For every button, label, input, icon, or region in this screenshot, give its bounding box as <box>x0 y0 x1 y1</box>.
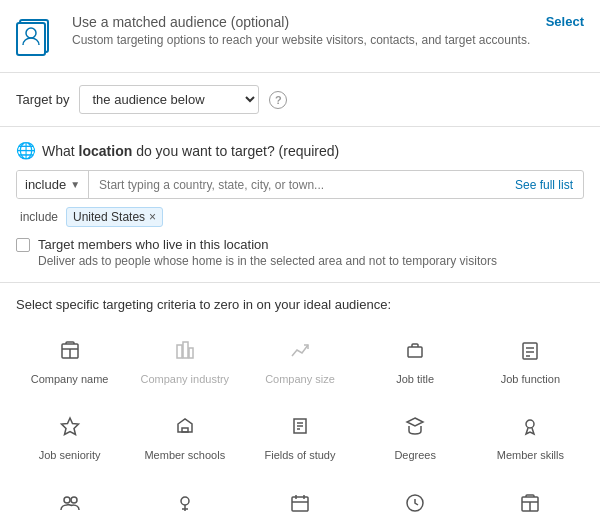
job-function-icon <box>514 334 546 366</box>
location-strong: location <box>79 143 133 159</box>
tag-remove[interactable]: × <box>149 211 156 223</box>
audience-icon <box>16 14 60 58</box>
audience-title: Use a matched audience (optional) <box>72 14 530 30</box>
criteria-item-job-seniority[interactable]: Job seniority <box>16 404 123 468</box>
criteria-item-member-gender[interactable]: Member gender <box>131 481 238 515</box>
checkbox-label: Target members who live in this location <box>38 237 497 252</box>
company-size-icon <box>284 334 316 366</box>
criteria-item-member-age[interactable]: Member age <box>246 481 353 515</box>
location-search-input[interactable] <box>89 172 505 198</box>
target-by-select[interactable]: the audience below a matched audience <box>79 85 259 114</box>
company-name-icon <box>54 334 86 366</box>
job-function-label: Job function <box>501 372 560 386</box>
criteria-item-member-skills[interactable]: Member skills <box>477 404 584 468</box>
checkbox-sublabel: Deliver ads to people whose home is in t… <box>38 254 497 268</box>
select-audience-link[interactable]: Select <box>546 14 584 29</box>
degrees-label: Degrees <box>394 448 436 462</box>
criteria-item-company-followers[interactable]: Company followers <box>477 481 584 515</box>
audience-optional: (optional) <box>231 14 289 30</box>
job-seniority-label: Job seniority <box>39 448 101 462</box>
company-size-label: Company size <box>265 372 335 386</box>
criteria-item-job-title[interactable]: Job title <box>362 328 469 392</box>
member-schools-icon <box>169 410 201 442</box>
member-skills-label: Member skills <box>497 448 564 462</box>
member-gender-icon <box>169 487 201 515</box>
audience-description: Custom targeting options to reach your w… <box>72 33 530 47</box>
target-members-text: Target members who live in this location… <box>38 237 497 268</box>
job-title-icon <box>399 334 431 366</box>
location-tag-us: United States × <box>66 207 163 227</box>
criteria-item-member-schools[interactable]: Member schools <box>131 404 238 468</box>
criteria-item-years-of-experience[interactable]: Years of experience <box>362 481 469 515</box>
audience-title-text: Use a matched audience <box>72 14 227 30</box>
member-age-icon <box>284 487 316 515</box>
criteria-item-company-size: Company size <box>246 328 353 392</box>
svg-rect-9 <box>408 347 422 357</box>
svg-rect-24 <box>292 497 308 511</box>
company-industry-label: Company industry <box>140 372 229 386</box>
fields-of-study-icon <box>284 410 316 442</box>
location-input-row: include ▼ See full list <box>16 170 584 199</box>
criteria-item-degrees[interactable]: Degrees <box>362 404 469 468</box>
target-members-checkbox[interactable] <box>16 238 30 252</box>
company-name-label: Company name <box>31 372 109 386</box>
svg-rect-15 <box>182 428 188 432</box>
svg-point-20 <box>64 497 70 503</box>
location-tags-row: include United States × <box>16 207 584 227</box>
globe-icon: 🌐 <box>16 141 36 160</box>
fields-of-study-label: Fields of study <box>265 448 336 462</box>
include-dropdown[interactable]: include ▼ <box>17 171 89 198</box>
criteria-section: Select specific targeting criteria to ze… <box>0 283 600 515</box>
criteria-item-member-groups[interactable]: Member groups <box>16 481 123 515</box>
svg-rect-6 <box>177 345 182 358</box>
job-seniority-icon <box>54 410 86 442</box>
criteria-item-company-name[interactable]: Company name <box>16 328 123 392</box>
svg-rect-7 <box>183 342 188 358</box>
years-of-experience-icon <box>399 487 431 515</box>
target-members-row: Target members who live in this location… <box>16 237 584 268</box>
criteria-title: Select specific targeting criteria to ze… <box>16 297 584 312</box>
svg-point-22 <box>181 497 189 505</box>
location-section: 🌐 What location do you want to target? (… <box>0 127 600 283</box>
member-skills-icon <box>514 410 546 442</box>
svg-point-21 <box>71 497 77 503</box>
include-label-dropdown: include <box>25 177 66 192</box>
company-industry-icon <box>169 334 201 366</box>
include-tags-label: include <box>20 210 58 224</box>
info-icon[interactable]: ? <box>269 91 287 109</box>
criteria-item-job-function[interactable]: Job function <box>477 328 584 392</box>
tag-label: United States <box>73 210 145 224</box>
audience-text: Use a matched audience (optional) Custom… <box>72 14 530 47</box>
location-title: 🌐 What location do you want to target? (… <box>16 141 584 160</box>
criteria-item-company-industry: Company industry <box>131 328 238 392</box>
svg-rect-8 <box>189 348 193 358</box>
criteria-grid: Company name Company industry Company si… <box>16 328 584 515</box>
target-by-row: Target by the audience below a matched a… <box>0 73 600 127</box>
member-schools-label: Member schools <box>144 448 225 462</box>
svg-point-19 <box>526 420 534 428</box>
see-full-list-link[interactable]: See full list <box>505 172 583 198</box>
member-groups-icon <box>54 487 86 515</box>
matched-audience-section: Use a matched audience (optional) Custom… <box>0 0 600 73</box>
criteria-item-fields-of-study[interactable]: Fields of study <box>246 404 353 468</box>
target-by-label: Target by <box>16 92 69 107</box>
company-followers-icon <box>514 487 546 515</box>
svg-marker-14 <box>61 418 78 435</box>
degrees-icon <box>399 410 431 442</box>
job-title-label: Job title <box>396 372 434 386</box>
dropdown-arrow: ▼ <box>70 179 80 190</box>
